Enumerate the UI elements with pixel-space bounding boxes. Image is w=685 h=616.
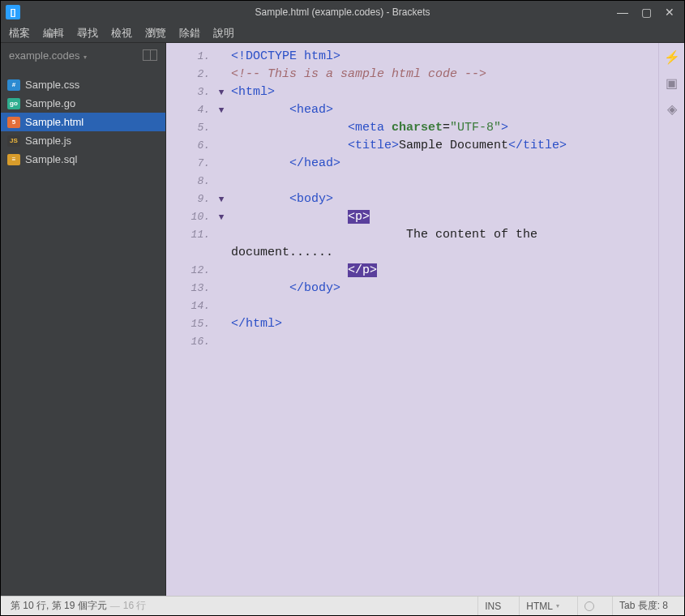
fold-marker (215, 297, 228, 315)
file-item[interactable]: 5Sample.html (1, 113, 165, 131)
fold-marker (215, 280, 228, 297)
file-item[interactable]: #Sample.css (1, 75, 165, 94)
line-number: 5. (166, 119, 215, 137)
file-type-icon: # (7, 79, 20, 91)
line-number: 15. (166, 315, 215, 333)
window-title: Sample.html (example.codes) - Brackets (1, 6, 684, 18)
menu-file[interactable]: 檔案 (9, 26, 30, 41)
file-type-icon: JS (7, 135, 20, 147)
sidebar: example.codes ▾ #Sample.cssgoSample.go5S… (1, 43, 166, 596)
fold-marker (215, 48, 228, 66)
total-lines: 16 行 (123, 599, 147, 613)
cursor-position[interactable]: 第 10 行, 第 19 個字元 (11, 599, 107, 613)
project-name: example.codes (9, 49, 79, 62)
split-view-icon[interactable] (143, 49, 157, 61)
menu-view[interactable]: 檢視 (111, 26, 132, 41)
file-type-icon: 5 (7, 117, 20, 128)
fold-marker[interactable]: ▼ (215, 190, 228, 208)
file-item[interactable]: ≡Sample.sql (1, 150, 165, 169)
file-name: Sample.go (25, 97, 75, 109)
menubar: 檔案 編輯 尋找 檢視 瀏覽 除錯 說明 (1, 24, 684, 43)
file-name: Sample.css (25, 79, 79, 91)
line-number: 3. (166, 83, 215, 101)
fold-marker (215, 66, 228, 83)
fold-marker (215, 333, 228, 351)
fold-marker (215, 262, 228, 280)
chevron-down-icon: ▾ (81, 53, 86, 61)
layers-icon[interactable]: ◈ (665, 101, 679, 116)
close-button[interactable]: ✕ (665, 6, 674, 19)
main-area: example.codes ▾ #Sample.cssgoSample.go5S… (1, 43, 684, 596)
extensions-icon[interactable]: ▣ (665, 75, 679, 90)
menu-debug[interactable]: 除錯 (179, 26, 200, 41)
minimize-button[interactable]: — (617, 6, 628, 19)
maximize-button[interactable]: ▢ (641, 6, 652, 19)
menu-find[interactable]: 尋找 (77, 26, 98, 41)
file-name: Sample.js (25, 135, 71, 147)
line-number: 8. (166, 173, 215, 190)
project-header[interactable]: example.codes ▾ (1, 43, 165, 67)
insert-mode[interactable]: INS (477, 597, 507, 616)
status-dash: — (110, 601, 120, 612)
editor-wrap: 1.2.3.4.5.6.7.8.9.10.11.12.13.14.15.16. … (166, 43, 684, 596)
file-list: #Sample.cssgoSample.go5Sample.htmlJSSamp… (1, 75, 165, 169)
line-number: 16. (166, 333, 215, 351)
fold-marker[interactable]: ▼ (215, 208, 228, 226)
code-editor[interactable]: 1.2.3.4.5.6.7.8.9.10.11.12.13.14.15.16. … (166, 43, 658, 596)
line-number: 11. (166, 226, 215, 244)
line-number: 7. (166, 155, 215, 173)
fold-marker[interactable]: ▼ (215, 83, 228, 101)
circle-icon (584, 601, 594, 611)
line-number: 4. (166, 101, 215, 119)
fold-marker (215, 173, 228, 190)
fold-marker (215, 315, 228, 333)
line-number: 1. (166, 48, 215, 66)
line-number: 6. (166, 137, 215, 155)
fold-marker (215, 155, 228, 173)
titlebar: Sample.html (example.codes) - Brackets —… (1, 1, 684, 24)
line-gutter: 1.2.3.4.5.6.7.8.9.10.11.12.13.14.15.16. (166, 43, 215, 596)
lint-status[interactable] (577, 597, 601, 616)
menu-edit[interactable]: 編輯 (43, 26, 64, 41)
line-number: 2. (166, 66, 215, 83)
window-controls: — ▢ ✕ (610, 1, 681, 24)
file-item[interactable]: goSample.go (1, 94, 165, 113)
file-type-icon: ≡ (7, 154, 20, 165)
line-number (166, 244, 215, 262)
line-number: 9. (166, 190, 215, 208)
fold-marker (215, 226, 228, 244)
tab-width[interactable]: Tab 長度: 8 (612, 597, 674, 616)
language-mode[interactable]: HTML▾ (519, 597, 566, 616)
file-type-icon: go (7, 98, 20, 109)
code-content[interactable]: <!DOCTYPE html> <!-- This is a sample ht… (228, 43, 658, 596)
fold-column: ▼▼▼▼ (215, 43, 228, 596)
line-number: 13. (166, 280, 215, 297)
statusbar: 第 10 行, 第 19 個字元 — 16 行 INS HTML▾ Tab 長度… (1, 596, 684, 615)
line-number: 12. (166, 262, 215, 280)
file-name: Sample.html (25, 116, 83, 128)
fold-marker (215, 244, 228, 262)
app-icon (6, 5, 20, 19)
line-number: 10. (166, 208, 215, 226)
live-preview-icon[interactable]: ⚡ (665, 49, 679, 64)
menu-navigate[interactable]: 瀏覽 (145, 26, 166, 41)
fold-marker (215, 137, 228, 155)
file-item[interactable]: JSSample.js (1, 131, 165, 150)
right-toolbar: ⚡ ▣ ◈ (658, 43, 684, 596)
fold-marker (215, 119, 228, 137)
file-name: Sample.sql (25, 153, 77, 165)
menu-help[interactable]: 說明 (213, 26, 234, 41)
fold-marker[interactable]: ▼ (215, 101, 228, 119)
line-number: 14. (166, 297, 215, 315)
